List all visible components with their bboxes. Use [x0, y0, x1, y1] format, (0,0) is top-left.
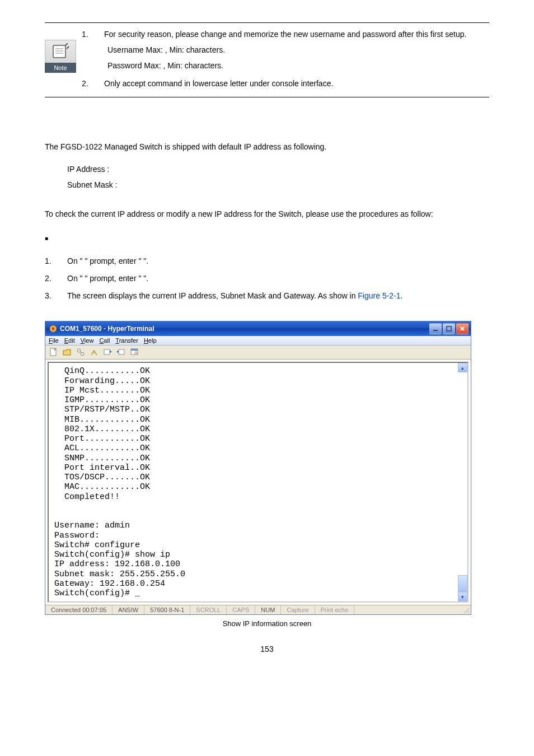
open-icon[interactable] [62, 347, 72, 357]
step-text: On " " prompt, enter " ". [67, 270, 148, 287]
step-number: 3. [45, 287, 67, 305]
svg-line-14 [80, 352, 81, 353]
menu-call[interactable]: Call [99, 337, 110, 344]
steps-list: 1. On " " prompt, enter " ". 2. On " " p… [45, 253, 489, 304]
note-item-number: 2. [82, 76, 104, 91]
bullet-heading: ■ [45, 235, 489, 241]
menu-bar: File Edit View Call Transfer Help [45, 336, 471, 346]
step-number: 2. [45, 270, 67, 287]
note-label: Note [45, 63, 76, 73]
terminal-area[interactable]: ▴ QinQ...........OK Forwarding.....OK IP… [48, 362, 469, 603]
procedure-intro: To check the current IP address or modif… [45, 209, 489, 218]
step-text-prefix: The screen displays the current IP addre… [67, 291, 358, 300]
svg-rect-16 [104, 349, 110, 354]
status-num: NUM [255, 605, 281, 614]
figure-link[interactable]: Figure 5-2-1 [358, 291, 400, 300]
receive-icon[interactable] [116, 347, 126, 357]
note-item-text: For security reason, please change and m… [104, 26, 466, 42]
app-icon [49, 324, 58, 333]
window-title: COM1_57600 - HyperTerminal [60, 325, 428, 333]
scroll-up-button[interactable]: ▴ [458, 363, 467, 372]
status-caps: CAPS [227, 605, 255, 614]
send-icon[interactable] [102, 347, 113, 357]
svg-rect-17 [119, 349, 124, 354]
menu-help[interactable]: Help [144, 337, 157, 344]
status-capture: Capture [281, 605, 315, 614]
step-number: 1. [45, 253, 67, 270]
note-item-text: Only accept command in lowercase letter … [104, 76, 333, 91]
status-bar: Connected 00:07:05 ANSIW 57600 8-N-1 SCR… [45, 605, 471, 614]
menu-transfer[interactable]: Transfer [115, 337, 138, 344]
notepad-icon [51, 43, 70, 60]
note-item-sub: Username Max: , Min: characters. [107, 42, 466, 58]
window-titlebar[interactable]: COM1_57600 - HyperTerminal [45, 321, 471, 336]
hyperterminal-window: COM1_57600 - HyperTerminal File Edit Vie… [45, 321, 471, 615]
menu-view[interactable]: View [81, 337, 94, 344]
new-icon[interactable] [49, 347, 59, 357]
square-bullet-icon: ■ [45, 235, 48, 241]
svg-rect-8 [447, 326, 451, 331]
ip-address-line: IP Address : [67, 161, 489, 177]
page-number: 153 [45, 645, 489, 654]
minimize-button[interactable] [429, 323, 442, 334]
svg-rect-19 [131, 349, 138, 351]
svg-rect-7 [433, 330, 438, 331]
svg-line-21 [464, 608, 469, 613]
status-connected: Connected 00:07:05 [45, 605, 113, 614]
toolbar [45, 346, 471, 360]
status-scroll: SCROLL [190, 605, 227, 614]
close-button[interactable] [456, 323, 469, 334]
terminal-output: QinQ...........OK Forwarding.....OK IP M… [49, 363, 458, 601]
status-emulation: ANSIW [113, 605, 144, 614]
menu-file[interactable]: File [49, 337, 59, 344]
properties-icon[interactable] [129, 347, 139, 357]
subnet-mask-line: Subnet Mask : [67, 177, 489, 193]
svg-line-4 [65, 43, 68, 45]
disconnect-icon[interactable] [89, 347, 99, 357]
scroll-thumb[interactable] [458, 575, 467, 592]
status-settings: 57600 8-N-1 [144, 605, 190, 614]
note-item-sub: Password Max: , Min: characters. [107, 58, 466, 73]
intro-paragraph: The FGSD-1022 Managed Switch is shipped … [45, 142, 489, 151]
maximize-button[interactable] [443, 323, 455, 334]
connect-icon[interactable] [76, 347, 86, 357]
scroll-down-button[interactable]: ▾ [458, 592, 467, 601]
note-item-number: 1. [82, 26, 104, 73]
default-ip-block: IP Address : Subnet Mask : [67, 161, 489, 193]
step-text: On " " prompt, enter " ". [67, 253, 148, 270]
menu-edit[interactable]: Edit [64, 337, 75, 344]
svg-line-23 [469, 613, 469, 613]
step-text-suffix: . [401, 291, 403, 300]
status-printecho: Print echo [315, 605, 355, 614]
note-icon: Note [45, 40, 76, 73]
figure-caption: Show IP information screen [45, 619, 489, 628]
resize-grip-icon[interactable] [461, 605, 471, 614]
note-block: Note 1. For security reason, please chan… [45, 22, 489, 97]
step-text: The screen displays the current IP addre… [67, 287, 402, 305]
svg-rect-0 [53, 45, 65, 58]
svg-line-5 [67, 46, 69, 49]
